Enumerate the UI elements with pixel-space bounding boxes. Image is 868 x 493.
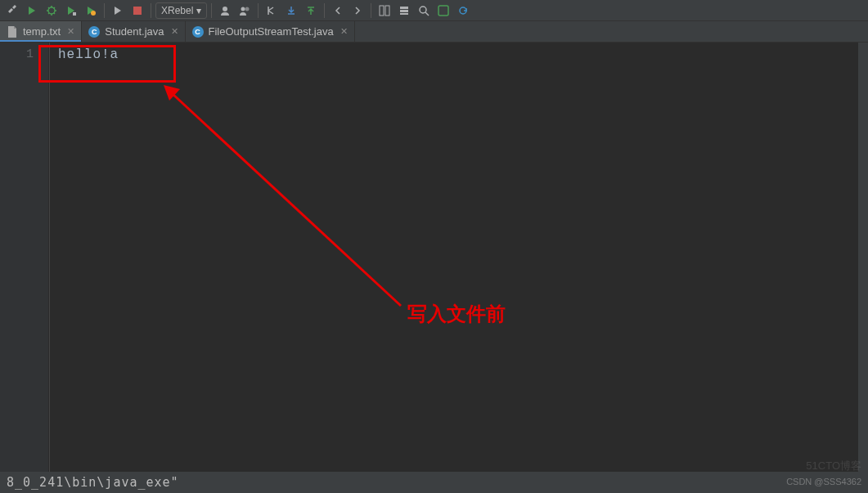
bottom-status-bar: 8_0_241\bin\java_exe"	[0, 472, 868, 493]
tab-student-java[interactable]: C Student.java ✕	[82, 21, 185, 42]
stop-icon[interactable]	[128, 2, 146, 20]
hammer-icon[interactable]	[3, 2, 21, 20]
toolbar-separator	[324, 3, 325, 18]
vcs-icon[interactable]	[263, 2, 281, 20]
forward-icon[interactable]	[349, 2, 367, 20]
svg-point-4	[223, 7, 227, 11]
avatar-icon[interactable]	[434, 2, 452, 20]
tab-label: Student.java	[105, 25, 164, 38]
toolbar-separator	[104, 3, 105, 18]
svg-rect-1	[73, 12, 76, 16]
attach-icon[interactable]	[109, 2, 127, 20]
svg-point-12	[420, 7, 426, 13]
structure-icon[interactable]	[395, 2, 413, 20]
profile-icon[interactable]	[82, 2, 100, 20]
chevron-down-icon: ▾	[196, 5, 201, 16]
close-icon[interactable]: ✕	[67, 26, 74, 37]
back-icon[interactable]	[329, 2, 347, 20]
watermark: CSDN @SSS4362	[786, 477, 861, 486]
debug-icon[interactable]	[43, 2, 61, 20]
svg-rect-3	[133, 7, 142, 15]
search-icon[interactable]	[415, 2, 433, 20]
tab-label: FileOutputStreamTest.java	[209, 25, 334, 38]
editor-area: 1 hello!a	[0, 43, 868, 472]
tab-label: temp.txt	[23, 25, 61, 38]
svg-rect-10	[400, 10, 408, 12]
svg-rect-13	[438, 6, 448, 16]
tab-temp-txt[interactable]: temp.txt ✕	[0, 21, 82, 42]
text-file-icon	[7, 26, 18, 38]
svg-point-5	[241, 7, 245, 11]
run-config-dropdown[interactable]: XRebel ▾	[155, 2, 207, 19]
toolbar-separator	[211, 3, 212, 18]
main-toolbar: XRebel ▾	[0, 0, 868, 21]
svg-rect-8	[385, 6, 389, 16]
line-gutter: 1	[0, 43, 49, 472]
editor-content[interactable]: hello!a	[49, 43, 868, 472]
toolbar-separator	[371, 3, 371, 18]
svg-rect-7	[380, 6, 384, 16]
layout-icon[interactable]	[376, 2, 394, 20]
user-icon[interactable]	[216, 2, 234, 20]
line-number: 1	[3, 46, 34, 64]
toolbar-separator	[258, 3, 259, 18]
watermark-secondary: 51CTO博客	[806, 459, 861, 473]
coverage-icon[interactable]	[62, 2, 80, 20]
editor-tabs: temp.txt ✕ C Student.java ✕ C FileOutput…	[0, 21, 868, 43]
status-text: 8_0_241\bin\java_exe"	[7, 475, 179, 490]
users-icon[interactable]	[236, 2, 254, 20]
svg-rect-11	[400, 13, 408, 15]
java-class-icon: C	[192, 26, 204, 38]
toolbar-separator	[151, 3, 151, 18]
sync-icon[interactable]	[454, 2, 472, 20]
svg-point-2	[91, 11, 96, 16]
dropdown-label: XRebel	[161, 5, 193, 16]
commit-icon[interactable]	[302, 2, 320, 20]
java-class-icon: C	[88, 26, 100, 38]
svg-rect-9	[400, 7, 408, 9]
close-icon[interactable]: ✕	[171, 26, 178, 37]
code-line: hello!a	[58, 46, 860, 64]
update-icon[interactable]	[282, 2, 300, 20]
run-icon[interactable]	[23, 2, 41, 20]
svg-point-6	[245, 7, 250, 11]
vertical-scrollbar[interactable]	[858, 43, 868, 472]
tab-fileoutputstreamtest-java[interactable]: C FileOutputStreamTest.java ✕	[186, 21, 355, 42]
close-icon[interactable]: ✕	[340, 26, 348, 37]
